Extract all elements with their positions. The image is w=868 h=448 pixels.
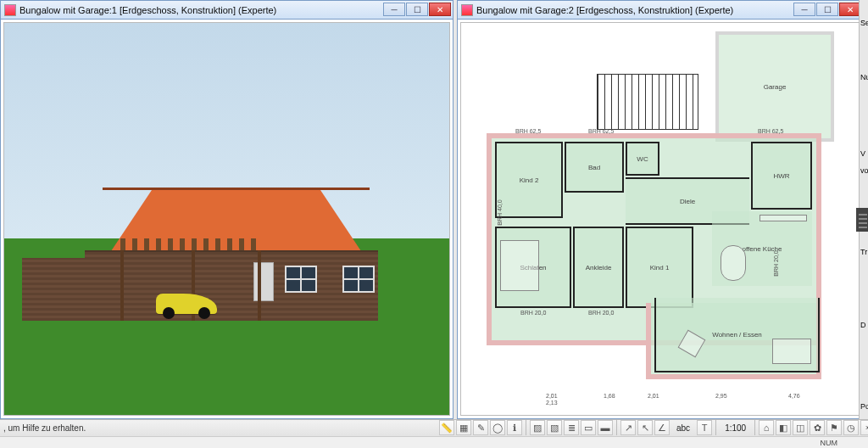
- room-bad: Bad: [565, 142, 624, 193]
- room-label: WC: [637, 155, 648, 163]
- numlock-label: NUM: [821, 439, 838, 447]
- dim-value: 2,95: [715, 393, 727, 399]
- plan-outline-south: Wohnen / Essen: [646, 303, 821, 379]
- window-2d-plan: Bungalow mit Garage:2 [Erdgeschoss, Kons…: [457, 0, 864, 419]
- ruler-icon[interactable]: 📏: [439, 420, 454, 435]
- window-3d-2: [342, 266, 375, 293]
- room-wohnen: Wohnen / Essen: [654, 298, 820, 372]
- plan-pergola: [597, 74, 698, 130]
- angle-icon[interactable]: ∠: [654, 420, 670, 435]
- status-help-text: , um Hilfe zu erhalten.: [3, 423, 86, 433]
- pergola-post-1: [120, 250, 124, 321]
- separator: [526, 420, 526, 435]
- status-bar-lower: NUM: [0, 436, 868, 448]
- furn-bed: [500, 240, 539, 291]
- dim-value: 2,13: [546, 400, 558, 406]
- window-title-2d: Bungalow mit Garage:2 [Erdgeschoss, Kons…: [476, 5, 733, 15]
- rp-label: Se: [860, 19, 868, 27]
- titlebar-3d[interactable]: Bungalow mit Garage:1 [Erdgeschoss, Kons…: [1, 1, 453, 20]
- room-label: Wohnen / Essen: [712, 331, 762, 339]
- dim-brh: BRH 40,0: [497, 199, 503, 225]
- arrow-icon[interactable]: ↗: [620, 420, 636, 435]
- circle-icon[interactable]: ◯: [490, 420, 505, 435]
- abc-label[interactable]: abc: [676, 423, 690, 433]
- dim-value: 2,01: [546, 393, 558, 399]
- room-ankleide: Ankleide: [573, 227, 624, 308]
- wall-left: [22, 258, 93, 321]
- pergola-beams: [120, 238, 263, 250]
- titlebar-2d[interactable]: Bungalow mit Garage:2 [Erdgeschoss, Kons…: [458, 1, 863, 20]
- hatch2-icon[interactable]: ▧: [547, 420, 562, 435]
- app-icon: [461, 4, 473, 16]
- rp-label: V: [860, 149, 865, 158]
- dim-brh: BRH 20,0: [588, 310, 614, 316]
- plot-icon[interactable]: ◫: [793, 420, 808, 435]
- rp-label: Tr: [860, 248, 867, 256]
- star-icon[interactable]: ✶: [860, 420, 868, 435]
- rp-label: Nu: [860, 73, 868, 81]
- dim-brh: BRH 62,5: [588, 128, 614, 134]
- flag-icon[interactable]: ⚑: [826, 420, 842, 435]
- door-3d: [253, 262, 274, 301]
- room-label: Kind 1: [650, 264, 670, 272]
- bottom-toolbar: 📏 ▦ ✎ ◯ ℹ ▨ ▧ ≣ ▭ ▬ ↗ ↖ ∠ abc T 1:100 ⌂ …: [439, 419, 868, 436]
- dim-brh: BRH 20,0: [773, 250, 779, 276]
- minimize-button[interactable]: ─: [793, 3, 815, 16]
- dim-brh: BRH 62,5: [515, 128, 541, 134]
- rp-label: vo: [860, 166, 868, 175]
- room-label: Diele: [680, 198, 695, 205]
- panel-gripper[interactable]: [856, 208, 868, 232]
- dim-brh: BRH 20,0: [520, 310, 546, 316]
- minimize-button[interactable]: ─: [383, 3, 405, 16]
- viewport-3d[interactable]: [3, 22, 450, 416]
- room-label: Bad: [588, 164, 600, 171]
- roof-icon[interactable]: ⌂: [759, 420, 774, 435]
- dim-value: 4,76: [788, 393, 800, 399]
- cube-icon[interactable]: ◧: [776, 420, 791, 435]
- info-icon[interactable]: ℹ: [507, 420, 522, 435]
- room-kind2: Kind 2: [495, 142, 563, 218]
- pergola-post-3: [258, 250, 261, 321]
- app-icon: [4, 4, 16, 16]
- pencil-icon[interactable]: ✎: [473, 420, 488, 435]
- furn-sofa: [772, 339, 811, 364]
- furn-chair: [678, 330, 706, 358]
- window-3d-1: [285, 266, 317, 293]
- room-label: Ankleide: [586, 264, 612, 272]
- close-button[interactable]: ✕: [429, 3, 451, 16]
- wall-main: [85, 250, 379, 321]
- plant-icon[interactable]: ✿: [810, 420, 825, 435]
- room-label: HWR: [773, 172, 789, 180]
- plan-garage: Garage: [715, 31, 834, 142]
- viewport-2d[interactable]: Garage Kind 2 Bad WC HWR Diele: [460, 22, 860, 416]
- gauge-icon[interactable]: ◷: [843, 420, 859, 435]
- rect2-icon[interactable]: ▬: [598, 420, 613, 435]
- maximize-button[interactable]: ☐: [816, 3, 838, 16]
- separator: [754, 420, 755, 435]
- window-title-3d: Bungalow mit Garage:1 [Erdgeschoss, Kons…: [19, 5, 276, 15]
- text-icon[interactable]: T: [697, 420, 712, 435]
- grid-icon[interactable]: ▦: [456, 420, 471, 435]
- layers-icon[interactable]: ≣: [564, 420, 579, 435]
- rect-icon[interactable]: ▭: [581, 420, 596, 435]
- room-label: Kind 2: [520, 176, 539, 184]
- room-schlafen: Schlafen: [495, 227, 571, 308]
- furn-counter: [760, 215, 807, 221]
- room-kind1: Kind 1: [626, 227, 693, 308]
- room-offenekueche: offene Küche: [712, 211, 812, 286]
- hatch-icon[interactable]: ▨: [530, 420, 545, 435]
- room-label-garage: Garage: [764, 83, 787, 91]
- dim-value: 2,01: [648, 393, 659, 399]
- scale-readout[interactable]: 1:100: [725, 423, 746, 433]
- room-wc: WC: [626, 142, 659, 176]
- cursor-icon[interactable]: ↖: [637, 420, 653, 435]
- window-3d-view: Bungalow mit Garage:1 [Erdgeschoss, Kons…: [0, 0, 453, 419]
- dim-value: 1,68: [604, 393, 615, 399]
- room-hwr: HWR: [751, 142, 812, 210]
- separator: [616, 420, 617, 435]
- maximize-button[interactable]: ☐: [406, 3, 428, 16]
- dim-brh: BRH 62,5: [758, 128, 783, 134]
- separator: [715, 420, 716, 435]
- furn-table: [721, 245, 746, 281]
- rp-label: D: [860, 321, 866, 329]
